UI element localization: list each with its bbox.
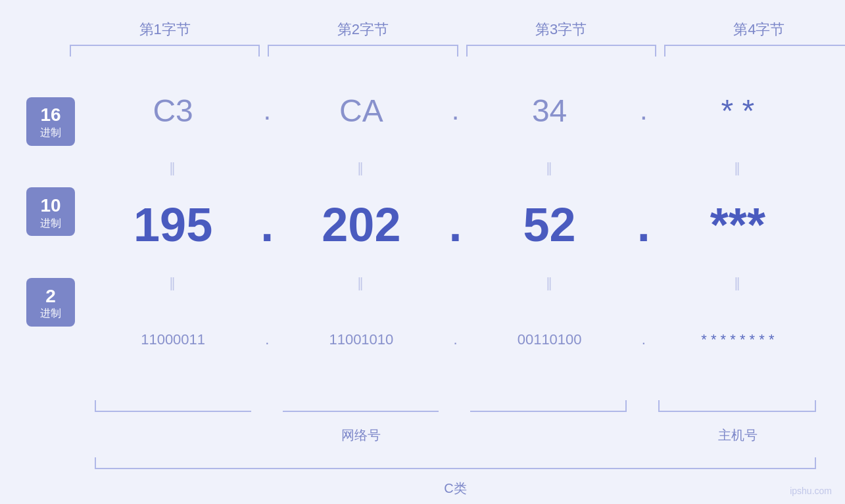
eq2-4: ‖	[657, 275, 819, 290]
hex-val4: * *	[657, 93, 819, 129]
network-host-labels: 网络号 主机号	[26, 426, 819, 444]
bin-val1: 11000011	[92, 331, 254, 348]
hex-val3: 34	[469, 93, 631, 129]
dec-val3: 52	[469, 198, 631, 252]
eq1-3: ‖	[469, 160, 631, 175]
byte2-label: 第2字节	[264, 20, 462, 39]
bin-badge: 2 进制	[26, 278, 75, 327]
ctype-label-row: C类	[26, 480, 819, 497]
eq2-1: ‖	[92, 275, 254, 290]
hex-val1: C3	[92, 93, 254, 129]
equals-row-2: ‖ ‖ ‖ ‖	[92, 273, 819, 292]
bin-val2: 11001010	[280, 331, 442, 348]
hex-dot2: .	[443, 95, 469, 126]
bracket-network-mid	[283, 400, 438, 412]
dec-badge: 10 进制	[26, 187, 75, 236]
bracket-network-left	[95, 400, 251, 412]
network-label-spacer2	[469, 426, 631, 444]
content-area: 16 进制 10 进制 2 进制 C3 . CA	[26, 63, 819, 387]
dec-dot3: .	[631, 198, 657, 252]
bracket-top-2	[268, 45, 458, 57]
brackets-bottom-area	[26, 394, 819, 413]
equals-row-1: ‖ ‖ ‖ ‖	[92, 158, 819, 177]
hex-row: C3 . CA . 34 . * *	[92, 63, 819, 158]
hex-val2: CA	[280, 93, 442, 129]
eq1-4: ‖	[657, 160, 819, 175]
byte4-label: 第4字节	[660, 20, 845, 39]
bin-row: 11000011 . 11001010 . 00110100 . * * * *…	[92, 292, 819, 387]
bin-dot1: .	[254, 331, 280, 348]
ctype-bracket-row	[26, 455, 819, 470]
brackets-top-row	[66, 45, 845, 57]
network-label: 网络号	[280, 426, 442, 444]
bottom-section: 网络号 主机号 C类	[26, 394, 819, 497]
bin-val4: * * * * * * * *	[657, 331, 819, 348]
network-label-spacer	[92, 426, 254, 444]
eq2-2: ‖	[280, 275, 442, 290]
ctype-label: C类	[92, 480, 819, 497]
eq1-2: ‖	[280, 160, 442, 175]
left-labels: 16 进制 10 进制 2 进制	[26, 63, 92, 387]
byte-labels-row: 第1字节 第2字节 第3字节 第4字节	[66, 20, 845, 39]
byte1-label: 第1字节	[66, 20, 264, 39]
watermark: ipshu.com	[790, 486, 832, 496]
main-container: 第1字节 第2字节 第3字节 第4字节 16 进制 10 进制 2 进制	[0, 0, 845, 504]
host-label: 主机号	[657, 426, 819, 444]
hex-dot3: .	[631, 95, 657, 126]
bracket-ctype	[95, 457, 816, 469]
bracket-network-right	[470, 400, 627, 412]
dec-dot1: .	[254, 198, 280, 252]
bracket-host	[658, 400, 816, 412]
bin-val3: 00110100	[469, 331, 631, 348]
hex-dot1: .	[254, 95, 280, 126]
rows-container: C3 . CA . 34 . * * ‖ ‖	[92, 63, 819, 387]
hex-badge: 16 进制	[26, 97, 75, 146]
dec-val1: 195	[92, 198, 254, 252]
eq2-3: ‖	[469, 275, 631, 290]
dec-val4: ***	[657, 198, 819, 252]
bracket-top-3	[466, 45, 656, 57]
bracket-top-1	[70, 45, 260, 57]
dec-dot2: .	[443, 198, 469, 252]
dec-val2: 202	[280, 198, 442, 252]
byte3-label: 第3字节	[462, 20, 660, 39]
eq1-1: ‖	[92, 160, 254, 175]
bin-dot3: .	[631, 331, 657, 348]
bracket-top-4	[664, 45, 845, 57]
bin-dot2: .	[443, 331, 469, 348]
dec-row: 195 . 202 . 52 . ***	[92, 177, 819, 272]
